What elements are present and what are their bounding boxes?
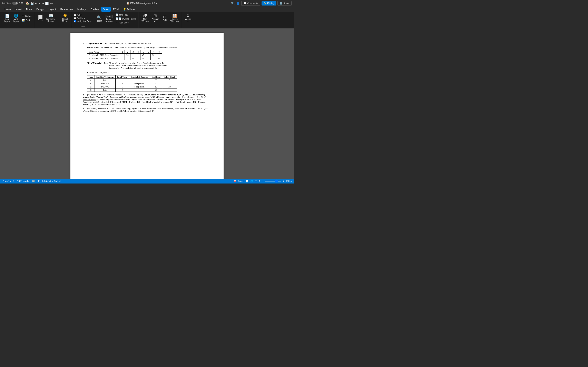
mps-p2-5: 15 [140,57,146,60]
share-button[interactable]: ⬆️ Share [277,1,292,6]
view-list-icon[interactable]: ☰ [255,180,257,183]
present-icon[interactable]: 📊 [45,2,49,5]
autosave-toggle[interactable] [12,2,18,5]
ribbon-switch-windows[interactable]: 🪟 SwitchWindows [169,13,180,23]
account-icon[interactable]: 👤 [236,2,240,5]
ribbon-nav-check[interactable]: Navigation Pane [74,20,92,23]
ribbon-zoom-btn[interactable]: 🔍 Zoom [95,15,103,23]
ribbon-page-width[interactable]: ↔ Page Width [114,21,137,25]
menu-insert[interactable]: Insert [13,7,24,12]
view-grid-icon[interactable]: ⊞ [259,180,260,183]
ribbon-macros-btn[interactable]: ⚙ Macros ▾ [183,13,192,23]
ribbon-zoom-100[interactable]: 100 Zoomto 100% [104,14,114,24]
focus-btn[interactable]: 🎯 [233,180,236,183]
more-icon[interactable]: ••• [50,2,53,5]
menu-review[interactable]: Review [89,7,101,12]
menu-draw[interactable]: Draw [24,7,34,12]
menu-references[interactable]: References [58,7,75,12]
inv-a-item: A [87,79,95,82]
page-indicator[interactable]: Page 1 of 3 [2,180,14,182]
web-layout-icon: 🌐 [14,14,18,17]
mps-p1-8 [156,54,162,57]
mps-p2-3: 25 [130,57,136,60]
focus-label[interactable]: Focus [238,180,244,182]
inv-h-lead: Lead Time [116,75,129,79]
inv-title: Selected Inventory Data: [87,71,211,74]
undo-icon[interactable]: ↩ [35,2,38,5]
ribbon-switch-modes[interactable]: ☀️ SwitchModes [60,13,70,23]
view-print-icon[interactable]: 📄 [246,180,249,183]
spell-check-icon[interactable]: 🔤 [32,180,35,183]
right-margin [268,29,294,179]
mps-col-4: 4 [136,50,140,54]
ribbon-ruler-check[interactable]: Ruler [74,14,92,17]
view-web-icon[interactable]: 🌐 [250,180,253,183]
ribbon-web-layout[interactable]: 🌐 WebLayout [12,13,20,23]
page-width-label: Page Width [119,22,129,24]
search-icon[interactable]: 🔍 [231,2,234,5]
inv-d-lead: 2 [116,89,129,92]
redo-icon[interactable]: ↪ [42,2,44,5]
gridlines-checkbox[interactable] [74,17,76,19]
menu-design[interactable]: Design [34,7,46,12]
split-icon: ⊟ [163,15,166,19]
ribbon-window-group: 🗗 NewWindow ⊞ ArrangeAll ⊟ Split 🪟 Switc… [139,12,182,28]
page-canvas[interactable]: 1. (50 points) MRP: Consider the MPS, BO… [26,29,268,179]
arrange-all-icon: ⊞ [154,14,157,17]
editing-button[interactable]: ✏️ Editing [261,1,276,6]
arrange-all-label: ArrangeAll [152,18,159,22]
zoom-percent[interactable]: 150% [286,180,292,182]
ribbon-split[interactable]: ⊟ Split [161,14,169,22]
mps-p1-5: 45 [140,54,146,57]
ribbon-immersive-group: ⬜ Focus 📖 ImmersiveReader [35,12,58,28]
document-page[interactable]: 1. (50 points) MRP: Consider the MPS, BO… [70,33,224,179]
multi-page-label: Multiple Pages [122,18,136,20]
ribbon-draft[interactable]: 📝 Draft [21,18,33,22]
language-indicator[interactable]: English (United States) [38,180,61,182]
menu-rcm[interactable]: RCM [111,7,121,12]
page-width-icon: ↔ [115,21,118,24]
doc-title-chevron[interactable]: ∨ [156,2,158,5]
mps-p2-8: 25 [156,57,162,60]
mps-col-1: 1 [120,50,125,54]
comments-button[interactable]: 💬 Comments [241,1,260,6]
undo-dropdown-icon[interactable]: ▾ [39,2,40,5]
mps-p1-label: End-Item P1 MPS Start Quantities [87,54,120,57]
ribbon-focus[interactable]: ⬜ Focus [36,14,44,22]
menu-home[interactable]: Home [2,7,13,12]
mps-p2-1 [120,57,125,60]
document-area: 1. (50 points) MRP: Consider the MPS, BO… [0,29,294,179]
ribbon-switch-modes-group: ☀️ SwitchModes [59,12,72,28]
menu-tell-me[interactable]: 💡 Tell me [121,7,137,12]
zoom-slider[interactable] [265,181,281,182]
ribbon-one-page[interactable]: 📄 One Page [114,13,137,17]
ribbon-new-window[interactable]: 🗗 NewWindow [140,13,150,23]
navigation-checkbox[interactable] [74,20,76,22]
ribbon-print-layout[interactable]: 📄 PrintLayout [3,13,11,23]
inv-h-onhand: On-Hand [150,75,162,79]
ribbon-gridlines-check[interactable]: Gridlines [74,17,92,20]
suba-text2: the MRP tables provided at the end of th… [147,96,197,98]
mps-p1-6 [146,54,150,57]
menu-layout[interactable]: Layout [46,7,58,12]
inv-b-sched: 20 in period 2 [129,82,150,85]
ruler-checkbox[interactable] [74,14,76,16]
menu-view[interactable]: View [101,7,111,12]
home-icon[interactable]: 🏠 [26,2,29,5]
ribbon-multi-page[interactable]: 📄📄 Multiple Pages [114,17,137,21]
ribbon-arrange-all[interactable]: ⊞ ArrangeAll [150,13,160,23]
mps-p2-label: End-Item P2 MPS Start Quantities [87,57,120,60]
menu-mailings[interactable]: Mailings [75,7,88,12]
cursor-area [83,153,211,156]
inv-c-onhand: 10 [150,85,162,89]
word-count[interactable]: 1005 words [17,180,29,182]
mps-p1-7: 30 [151,54,156,57]
ribbon-show-group: Ruler Gridlines Navigation Pane Show [73,12,93,28]
left-margin [0,29,26,179]
save-icon[interactable]: 💾 [30,2,34,5]
ribbon-immersive-reader[interactable]: 📖 ImmersiveReader [45,13,57,23]
zoom-plus[interactable]: + [283,180,284,182]
outline-label: Outline [25,15,32,17]
zoom-minus[interactable]: − [262,180,263,182]
ribbon-outline[interactable]: ☰ Outline [21,14,33,18]
